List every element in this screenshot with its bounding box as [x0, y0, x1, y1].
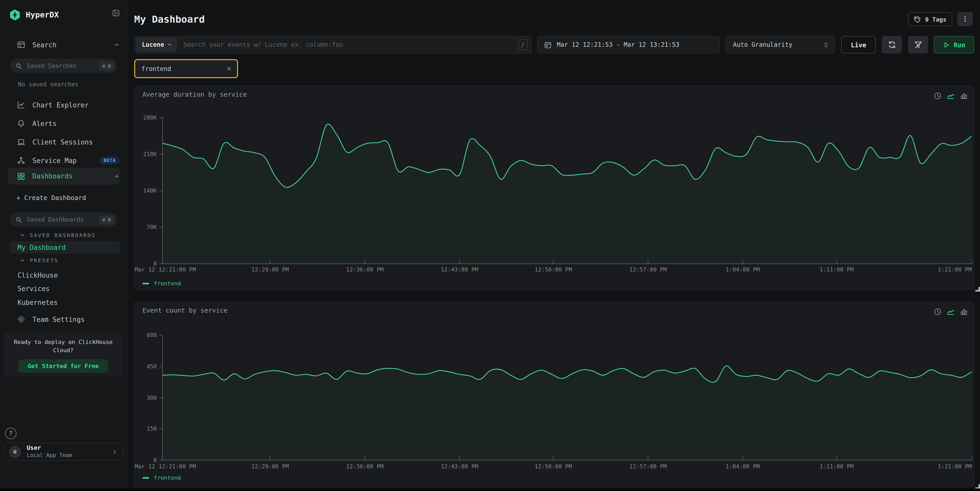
tags-button[interactable]: 0 Tags — [908, 12, 952, 26]
get-started-button[interactable]: Get Started for Free — [19, 359, 108, 373]
chart-explorer-icon — [17, 101, 25, 109]
chart-legend[interactable]: frontend — [142, 280, 181, 287]
panel-resize-handle[interactable] — [975, 284, 980, 294]
live-button[interactable]: Live — [842, 36, 876, 54]
help-button[interactable]: ? — [5, 428, 16, 439]
kebab-icon — [961, 16, 969, 22]
laptop-icon — [17, 138, 25, 146]
avatar: U — [9, 445, 21, 458]
x-tick: 12:36:00 PM — [346, 266, 383, 273]
sidebar-item-clickhouse[interactable]: ClickHouse — [10, 269, 120, 281]
bar-chart-icon[interactable] — [960, 308, 968, 315]
y-tick: 450 — [146, 363, 157, 370]
saved-searches-input[interactable] — [26, 62, 95, 70]
refresh-button[interactable] — [882, 36, 902, 54]
sidebar-item-label: Search — [32, 41, 107, 49]
run-label: Run — [954, 41, 965, 49]
chevrons-updown-icon — [823, 41, 830, 48]
line-chart-svg — [162, 335, 972, 460]
chip-label: frontend — [142, 65, 226, 72]
x-axis-labels: Mar 12 12:21:00 PM 12:29:00 PM 12:36:00 … — [162, 266, 972, 273]
chart-title: Average duration by service — [142, 91, 247, 98]
run-button[interactable]: Run — [934, 36, 974, 54]
y-tick: 150 — [146, 426, 157, 432]
granularity-value: Auto Granularity — [733, 41, 823, 48]
dashboard-menu-button[interactable] — [958, 12, 973, 26]
x-tick: 1:11:00 PM — [819, 266, 854, 273]
gear-icon — [17, 315, 25, 323]
bell-icon — [17, 119, 25, 127]
x-tick: 12:29:00 PM — [251, 463, 289, 470]
saved-dashboards-input[interactable] — [26, 215, 95, 224]
line-chart-icon[interactable] — [947, 92, 955, 100]
date-range-value: Mar 12 12:21:53 - Mar 12 13:21:53 — [557, 41, 679, 48]
y-tick: 140K — [143, 188, 157, 194]
x-tick: 12:57:00 PM — [629, 266, 667, 273]
app-window: HyperDX Search ⌘ K No saved searches Cha… — [0, 0, 980, 491]
service-filter-chip[interactable]: frontend — [134, 59, 238, 78]
presets-section[interactable]: PRESETS — [19, 257, 59, 263]
chart-plot-area[interactable] — [162, 118, 972, 264]
tag-icon — [914, 16, 921, 23]
line-chart-svg — [162, 118, 972, 264]
beta-badge: BETA — [100, 156, 120, 165]
query-toolbar: Lucene / Mar 12 12:21:53 - Mar 12 13:21:… — [134, 36, 974, 54]
sidebar-item-my-dashboard[interactable]: My Dashboard — [10, 241, 120, 253]
filter-button[interactable] — [908, 36, 928, 54]
query-language-value: Lucene — [142, 41, 164, 48]
event-search-input[interactable] — [177, 41, 518, 48]
time-history-icon[interactable] — [934, 308, 942, 315]
clickhouse-cloud-promo: Ready to deploy on ClickHouse Cloud? Get… — [3, 333, 123, 377]
page-title: My Dashboard — [134, 13, 205, 25]
window-bottom-edge — [0, 488, 980, 491]
saved-dashboards-section[interactable]: SAVED DASHBOARDS — [19, 232, 96, 238]
sidebar-item-label: Alerts — [32, 119, 120, 127]
sidebar-item-label: Dashboards — [32, 172, 107, 180]
time-history-icon[interactable] — [934, 92, 942, 100]
query-language-select[interactable]: Lucene — [136, 38, 177, 52]
sidebar-item-services[interactable]: Services — [10, 282, 120, 295]
granularity-select[interactable]: Auto Granularity — [725, 36, 835, 54]
chart-plot-area[interactable] — [162, 335, 972, 460]
chevron-down-icon — [19, 257, 25, 263]
sidebar-item-dashboards[interactable]: Dashboards — [8, 168, 120, 184]
bar-chart-icon[interactable] — [960, 92, 968, 100]
date-range-picker[interactable]: Mar 12 12:21:53 - Mar 12 13:21:53 — [537, 36, 719, 54]
sidebar-item-client-sessions[interactable]: Client Sessions — [8, 135, 120, 149]
sidebar-item-service-map[interactable]: Service Map BETA — [8, 153, 120, 168]
x-tick: 1:04:00 PM — [726, 463, 760, 470]
sidebar-item-chart-explorer[interactable]: Chart Explorer — [8, 98, 120, 112]
saved-searches-search[interactable]: ⌘ K — [10, 59, 117, 73]
x-tick: 12:43:00 PM — [441, 463, 478, 470]
chart-panel-average-duration: Average duration by service 280K 210K 14… — [134, 85, 974, 290]
sidebar-item-alerts[interactable]: Alerts — [8, 116, 120, 130]
user-menu[interactable]: U User Local App Team — [3, 443, 123, 461]
close-icon[interactable] — [226, 66, 232, 72]
y-tick: 210K — [143, 151, 157, 157]
sidebar-item-team-settings[interactable]: Team Settings — [8, 312, 120, 326]
sidebar-item-search[interactable]: Search — [8, 38, 120, 52]
chevron-down-icon — [167, 42, 172, 47]
sidebar-item-label: Client Sessions — [32, 138, 120, 146]
user-name: User — [27, 445, 106, 452]
create-dashboard-button[interactable]: + Create Dashboard — [16, 194, 86, 202]
x-tick: 12:57:00 PM — [629, 463, 667, 470]
promo-line2: Cloud? — [53, 347, 73, 354]
x-tick: 1:21:00 PM — [938, 463, 972, 470]
saved-dashboards-search[interactable]: ⌘ K — [10, 212, 117, 227]
main-content: My Dashboard 0 Tags Lucene / Mar 12 12:2… — [127, 0, 980, 491]
legend-swatch — [142, 477, 149, 479]
x-tick: 1:11:00 PM — [819, 463, 854, 470]
chart-legend[interactable]: frontend — [142, 475, 181, 481]
sidebar-item-kubernetes[interactable]: Kubernetes — [10, 296, 120, 308]
line-chart-icon[interactable] — [947, 307, 955, 316]
sidebar-collapse-icon[interactable] — [112, 9, 120, 17]
x-tick: 1:04:00 PM — [726, 266, 760, 273]
app-logo[interactable]: HyperDX — [9, 9, 59, 21]
user-team: Local App Team — [27, 452, 106, 458]
refresh-icon — [888, 41, 896, 49]
app-title: HyperDX — [26, 10, 59, 19]
search-icon — [16, 216, 22, 223]
no-saved-searches-text: No saved searches — [18, 81, 78, 88]
sidebar-item-label: Team Settings — [32, 315, 120, 323]
